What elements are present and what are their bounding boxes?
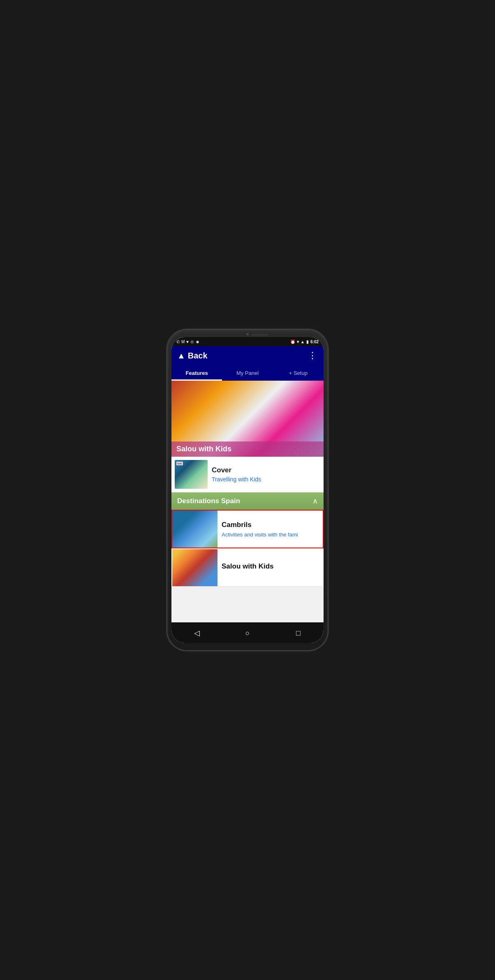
more-icon: ⋮ <box>308 350 318 361</box>
chevron-up-icon: ∧ <box>312 497 318 506</box>
salou-thumbnail <box>172 549 217 586</box>
camera <box>246 333 249 335</box>
cover-thumb-label: twk <box>176 462 183 465</box>
cambrils-text: Cambrils Activities and visits with the … <box>217 517 302 542</box>
nav-back-icon: ◁ <box>194 629 200 638</box>
back-button[interactable]: ▲ Back <box>177 351 208 361</box>
status-right: ⏰ ▾ ▲ ▮ 6:02 <box>290 340 319 344</box>
tab-features[interactable]: Features <box>171 367 222 381</box>
security-icon: ⊙ <box>190 340 194 344</box>
nav-home-button[interactable]: ○ <box>240 626 255 640</box>
heart-icon: ♥ <box>186 340 189 344</box>
speaker <box>252 334 268 336</box>
gmail-icon: M <box>181 340 185 344</box>
app-bar: ▲ Back ⋮ <box>171 346 324 365</box>
phone-screen: ✆ M ♥ ⊙ ☻ ⏰ ▾ ▲ ▮ 6:02 ▲ Back ⋮ <box>171 337 324 643</box>
cambrils-thumbnail <box>172 511 217 548</box>
cover-row[interactable]: twk Cover Travelling with Kids <box>171 457 324 492</box>
section-title: Destinations Spain <box>177 497 240 505</box>
tab-setup[interactable]: + Setup <box>273 367 324 381</box>
phone-frame: ✆ M ♥ ⊙ ☻ ⏰ ▾ ▲ ▮ 6:02 ▲ Back ⋮ <box>167 330 328 650</box>
tab-bar: Features My Panel + Setup <box>171 365 324 381</box>
hero-title: Salou with Kids <box>176 445 231 453</box>
more-button[interactable]: ⋮ <box>308 350 318 361</box>
salou-text: Salou with Kids <box>217 558 278 577</box>
time-display: 6:02 <box>310 340 319 344</box>
nav-home-icon: ○ <box>245 629 250 638</box>
hero-title-bar: Salou with Kids <box>171 441 324 457</box>
cover-title: Cover <box>212 466 261 474</box>
alarm-icon: ⏰ <box>290 340 295 344</box>
nav-recent-icon: □ <box>296 629 301 638</box>
cover-subtitle: Travelling with Kids <box>212 476 261 483</box>
status-icons: ✆ M ♥ ⊙ ☻ <box>176 340 200 344</box>
cover-thumbnail: twk <box>175 460 208 489</box>
content-area: Salou with Kids twk Cover Travelling wit… <box>171 381 324 622</box>
nav-back-button[interactable]: ◁ <box>190 626 204 640</box>
signal-icon: ▲ <box>301 340 305 344</box>
cambrils-title: Cambrils <box>222 521 298 529</box>
battery-icon: ▮ <box>306 340 309 344</box>
android-icon: ☻ <box>195 340 200 344</box>
back-arrow-icon: ▲ <box>177 351 185 361</box>
bottom-nav: ◁ ○ □ <box>171 622 324 643</box>
salou-title: Salou with Kids <box>222 562 274 571</box>
cambrils-subtitle: Activities and visits with the fami <box>222 532 298 538</box>
status-bar: ✆ M ♥ ⊙ ☻ ⏰ ▾ ▲ ▮ 6:02 <box>171 337 324 346</box>
list-item-salou[interactable]: Salou with Kids <box>171 548 324 587</box>
hero-banner[interactable]: Salou with Kids <box>171 381 324 457</box>
nav-recent-button[interactable]: □ <box>291 626 305 640</box>
tab-mypanel[interactable]: My Panel <box>222 367 273 381</box>
list-item-cambrils[interactable]: Cambrils Activities and visits with the … <box>171 510 324 548</box>
cover-text: Cover Travelling with Kids <box>212 466 261 483</box>
back-label: Back <box>188 351 208 361</box>
destinations-header[interactable]: Destinations Spain ∧ <box>171 492 324 510</box>
whatsapp-icon: ✆ <box>176 340 180 344</box>
wifi-icon: ▾ <box>297 340 299 344</box>
